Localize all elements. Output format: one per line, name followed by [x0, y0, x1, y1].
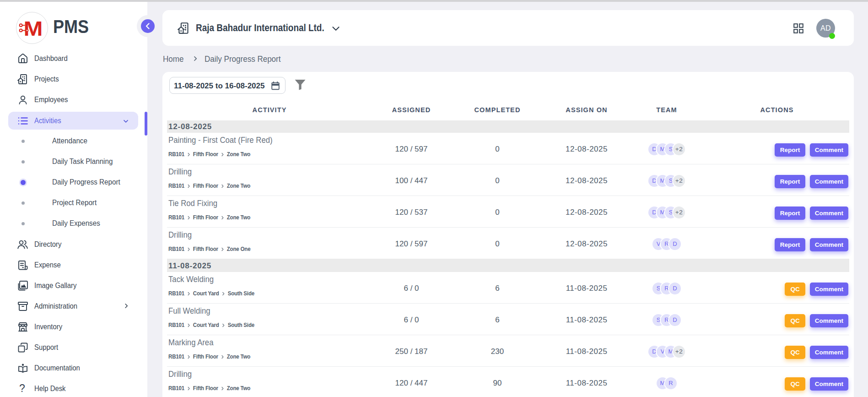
svg-text:M: M	[23, 17, 43, 40]
